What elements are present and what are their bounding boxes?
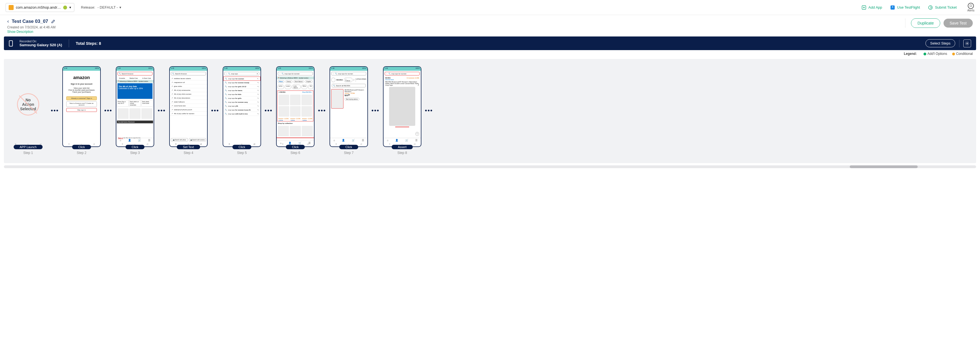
step-3[interactable]: 2:44100%🔍Search AmazonGroceriesMedical C…: [116, 66, 154, 155]
product-thumb: [331, 89, 344, 108]
product-title: REORIA Butsmooth® Women's Sleeveless…: [345, 89, 366, 92]
bottom-nav: ⌂👤🛒☰: [116, 138, 154, 143]
step-action-pill[interactable]: Click: [72, 145, 91, 149]
add-app-icon: [861, 5, 867, 10]
step-action-pill[interactable]: Assert: [391, 145, 412, 149]
release-value: - DEFAULT -: [97, 5, 118, 10]
nav-tab: In-Store Code: [142, 77, 151, 79]
follow-btn: + Follow: [344, 78, 352, 82]
testcase-header: ‹ Test Case 03_07 Created on 7/3/2024, a…: [0, 15, 980, 37]
duplicate-button[interactable]: Duplicate: [911, 18, 940, 28]
phone-screenshot[interactable]: 2:44100%amazonSign in to your accountVie…: [62, 66, 101, 147]
search-icon: 🔍: [225, 78, 227, 79]
deliver-to-bar: 📍 Delivering to Bellevue 98004 - Update …: [116, 80, 154, 83]
release-label: Release:: [81, 5, 95, 10]
phone-statusbar: 2:44100%: [116, 67, 154, 71]
step-4[interactable]: 2:45100%🔍Search Amazon↗reckless lauren r…: [169, 66, 208, 155]
step-action-pill[interactable]: Click: [232, 145, 251, 149]
section-header: Shop by collection: [277, 122, 314, 125]
step-connector-menu[interactable]: •••: [424, 107, 434, 114]
search-suggestion: ↗water balloons: [170, 100, 207, 104]
step-connector-menu[interactable]: •••: [317, 107, 327, 114]
step-action-pill[interactable]: Click: [126, 145, 145, 149]
phone-statusbar: 2:45100%: [277, 67, 314, 71]
save-test-button[interactable]: Save Test: [943, 19, 973, 27]
step-label: Step 1: [23, 151, 33, 155]
phone-screenshot[interactable]: 2:46100%←🔍crop tops for womenREORIAVisit…: [383, 66, 422, 147]
step-connector-menu[interactable]: •••: [263, 107, 274, 114]
svg-point-3: [967, 43, 968, 44]
step-6[interactable]: 2:45100%←🔍crop tops for women📍 Deliverin…: [276, 66, 315, 155]
clear-icon: ✕: [257, 73, 258, 75]
product-thumb: [301, 95, 312, 105]
search-suggestion: 🔍crop tops for women trendy↖: [223, 81, 261, 85]
insert-icon: ↖: [258, 81, 259, 84]
submit-ticket-icon: [928, 5, 933, 10]
search-suggestion: ↗reckless lauren roberts: [170, 76, 207, 81]
step-connector-menu[interactable]: •••: [49, 107, 60, 114]
phone-statusbar: 2:45100%: [223, 67, 261, 71]
phone-screenshot[interactable]: 2:45100%← 🔍crop tops✕🔍crop tops for wome…: [223, 66, 261, 147]
alerts-button[interactable]: Alerts: [967, 3, 974, 12]
step-2[interactable]: 2:44100%amazonSign in to your accountVie…: [62, 66, 101, 155]
release-select[interactable]: - DEFAULT - ▾: [97, 5, 121, 10]
legend-addl: Add'l Options: [928, 52, 947, 56]
edit-icon[interactable]: [51, 19, 56, 24]
nav-tab: Groceries: [119, 77, 125, 79]
app-selector[interactable]: com.amazon.mShop.andr… ▾: [6, 3, 74, 12]
search-suggestion: 🔍crop tops y2k↖: [223, 104, 261, 108]
horizontal-scrollbar[interactable]: [4, 165, 976, 168]
submit-ticket-link[interactable]: Submit Ticket: [928, 5, 957, 10]
submit-ticket-label: Submit Ticket: [935, 5, 957, 10]
search-suggestion: 🔍crop tops for women↖: [223, 76, 261, 81]
step-action-pill[interactable]: Set Text: [177, 145, 200, 149]
step-connector-menu[interactable]: •••: [370, 107, 381, 114]
signin-line: Find & reorder past purchases: [65, 89, 99, 91]
phone-screenshot[interactable]: 2:45100%←🔍crop tops for women📍 Deliverin…: [276, 66, 315, 147]
product-thumb: [301, 106, 312, 117]
search-icon: 🔍: [225, 89, 227, 91]
product-title: REORIA Butsmooth® Women's Sleeveless Hal…: [383, 81, 421, 86]
signin-button: Already a customer? Sign in: [66, 96, 97, 100]
brand-search: 🔍Search all REORIA: [332, 84, 366, 87]
search-box: ← 🔍crop tops✕: [224, 72, 259, 75]
step-action-pill[interactable]: APP Launch: [14, 145, 43, 149]
step-label: Step 7: [344, 151, 354, 155]
use-testflight-link[interactable]: Use TestFlight: [890, 5, 920, 10]
settings-gear-button[interactable]: [963, 40, 971, 47]
search-suggestion: 🔍crop tops for girls↖: [223, 96, 261, 100]
search-method-btn: 📷 Search with camera: [189, 138, 206, 141]
step-8[interactable]: 2:46100%←🔍crop tops for womenREORIAVisit…: [383, 66, 422, 155]
signin-line: View your wish list: [65, 87, 99, 89]
alerts-label: Alerts: [967, 9, 974, 12]
step-label: Step 6: [291, 151, 300, 155]
insert-icon: ↖: [258, 113, 259, 115]
step-5[interactable]: 2:45100%← 🔍crop tops✕🔍crop tops for wome…: [223, 66, 261, 155]
search-suggestion: ↗4th of july outfits for women: [170, 112, 207, 116]
step-1[interactable]: NoActionSelected≡○◁APP LaunchStep 1: [9, 66, 47, 155]
show-description-link[interactable]: Show Description: [7, 30, 56, 34]
step-connector-menu[interactable]: •••: [103, 107, 113, 114]
amazon-logo: amazon: [65, 75, 99, 80]
step-label: Step 4: [184, 151, 193, 155]
legend-dot-green: [923, 52, 926, 56]
step-action-pill[interactable]: Click: [286, 145, 305, 149]
step-7[interactable]: 2:46100%←🔍crop tops for womenREORIA+ Fol…: [329, 66, 368, 155]
select-steps-button[interactable]: Select Steps: [926, 39, 955, 47]
step-connector-menu[interactable]: •••: [156, 107, 167, 114]
back-chevron-icon[interactable]: ‹: [7, 18, 9, 24]
search-icon: 🔍: [225, 81, 227, 84]
phone-screenshot[interactable]: NoActionSelected≡○◁: [9, 66, 47, 147]
top-actions: Add App Use TestFlight Submit Ticket Ale…: [861, 3, 974, 12]
product-thumb: [290, 95, 301, 105]
phone-screenshot[interactable]: 2:44100%🔍Search AmazonGroceriesMedical C…: [116, 66, 154, 147]
phone-statusbar: 2:44100%: [63, 67, 100, 71]
product-image: [389, 87, 415, 126]
step-connector-menu[interactable]: •••: [210, 107, 220, 114]
phone-screenshot[interactable]: 2:45100%🔍Search Amazon↗reckless lauren r…: [169, 66, 208, 147]
insert-icon: ↖: [257, 78, 259, 79]
search-box: 🔍Search Amazon: [171, 72, 206, 75]
add-app-link[interactable]: Add App: [861, 5, 882, 10]
phone-screenshot[interactable]: 2:46100%←🔍crop tops for womenREORIA+ Fol…: [329, 66, 368, 147]
step-action-pill[interactable]: Click: [339, 145, 358, 149]
